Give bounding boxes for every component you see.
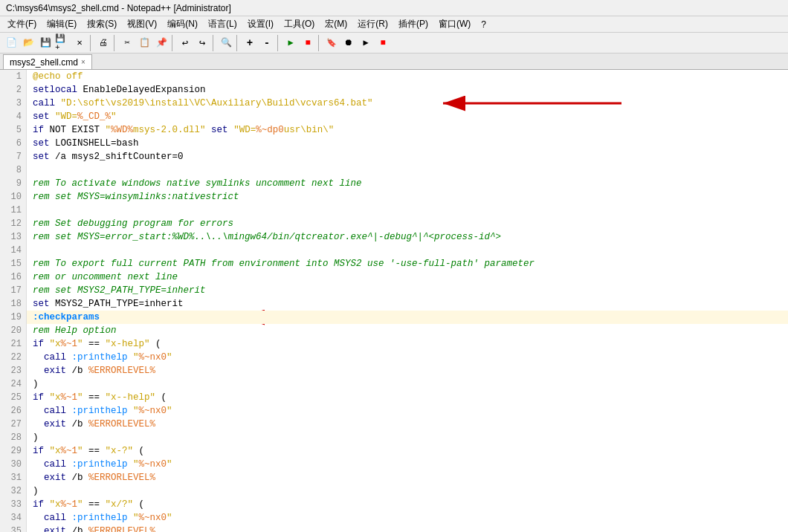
line-number-27: 27 (0, 418, 26, 431)
code-token: NOT EXIST (44, 123, 106, 137)
menu-run[interactable]: 运行(R) (353, 16, 393, 32)
code-line-10: rem set MSYS=winsymlinks:nativestrict (27, 190, 788, 204)
code-line-14 (27, 244, 788, 257)
cut-button[interactable] (119, 35, 135, 51)
tab-msys2-shell[interactable]: msys2_shell.cmd × (3, 54, 92, 69)
code-token: rem To export full current PATH from env… (33, 257, 535, 270)
menu-window[interactable]: 窗口(W) (434, 16, 475, 32)
code-token: " (77, 498, 83, 511)
toolbar-zoom-group (242, 35, 275, 51)
menu-bar: 文件(F) 编辑(E) 搜索(S) 视图(V) 编码(N) 语言(L) 设置(I… (0, 16, 788, 33)
code-token: /b (66, 364, 88, 377)
code-token (44, 337, 50, 351)
code-token: ) (33, 484, 39, 498)
code-token: msys-2.0.dll" (133, 123, 206, 137)
code-token: %~1 (61, 337, 78, 351)
menu-encode[interactable]: 编码(N) (163, 16, 202, 32)
code-token: "x-?" (106, 444, 134, 458)
macro-play-button[interactable]: ▶ (358, 35, 374, 51)
code-token: EnableDelayedExpansion (77, 83, 206, 97)
code-token: " (77, 337, 83, 351)
run-button[interactable] (282, 35, 299, 51)
code-token: /b (66, 525, 88, 532)
open-button[interactable] (20, 35, 36, 51)
bookmark-button[interactable] (323, 35, 340, 51)
code-token (33, 525, 44, 532)
code-token: exit (44, 525, 66, 532)
code-token: if (33, 444, 44, 458)
code-token: %ERRORLEVEL% (88, 471, 155, 484)
save-button[interactable] (37, 35, 54, 51)
code-token (44, 444, 50, 458)
search-button[interactable] (218, 35, 234, 51)
code-token: rem Help option (33, 324, 117, 337)
menu-file[interactable]: 文件(F) (3, 16, 41, 32)
sep-2 (114, 35, 117, 51)
line-number-22: 22 (0, 351, 26, 364)
line-number-20: 20 (0, 324, 26, 337)
code-token: ( (133, 498, 144, 511)
code-line-28: ) (27, 431, 788, 444)
code-line-17: rem set MSYS2_PATH_TYPE=inherit (27, 284, 788, 297)
macro-stop-button[interactable]: ■ (375, 35, 391, 51)
run-icon (288, 37, 293, 48)
line-number-18: 18 (0, 297, 26, 311)
code-token (33, 471, 44, 484)
search-icon (221, 37, 232, 48)
zoom-out-button[interactable] (259, 35, 275, 51)
undo-button[interactable] (177, 35, 193, 51)
line-number-26: 26 (0, 404, 26, 418)
code-token: %ERRORLEVEL% (88, 525, 155, 532)
code-token: :printhelp (72, 511, 128, 525)
copy-button[interactable] (136, 35, 152, 51)
line-number-25: 25 (0, 391, 26, 404)
tab-label: msys2_shell.cmd (10, 57, 78, 68)
save-all-button[interactable]: 💾+ (54, 35, 71, 51)
line-number-21: 21 (0, 337, 26, 351)
code-token: :printhelp (72, 458, 128, 471)
code-token: if (33, 498, 44, 511)
bookmark-icon (326, 38, 337, 48)
line-number-3: 3 (0, 97, 26, 110)
menu-settings[interactable]: 设置(I) (243, 16, 278, 32)
line-number-11: 11 (0, 204, 26, 217)
code-token: " (77, 444, 83, 458)
code-token: ) (33, 431, 39, 444)
code-content[interactable]: @echo off setlocal EnableDelayedExpansio… (27, 70, 788, 532)
code-token: call (44, 404, 66, 418)
code-token: if (33, 391, 44, 404)
code-token (128, 351, 134, 364)
stop-button[interactable] (300, 35, 316, 51)
zoom-in-button[interactable] (242, 35, 258, 51)
redo-button[interactable] (194, 35, 210, 51)
close-icon: ✕ (77, 37, 82, 48)
menu-language[interactable]: 语言(L) (204, 16, 242, 32)
menu-edit[interactable]: 编辑(E) (42, 16, 81, 32)
menu-plugins[interactable]: 插件(P) (394, 16, 433, 32)
code-line-16: rem or uncomment next line (27, 270, 788, 284)
code-token: call (44, 351, 66, 364)
menu-search[interactable]: 搜索(S) (83, 16, 121, 32)
code-line-20: rem Help option (27, 324, 788, 337)
code-token (66, 351, 72, 364)
menu-tools[interactable]: 工具(O) (280, 16, 319, 32)
tab-close-button[interactable]: × (81, 58, 85, 66)
macro-button[interactable]: ⏺ (340, 35, 357, 51)
paste-button[interactable] (153, 35, 169, 51)
code-token: %WD% (111, 123, 133, 137)
code-line-27: exit /b %ERRORLEVEL% (27, 418, 788, 431)
new-button[interactable] (3, 35, 19, 51)
code-token (33, 511, 44, 525)
menu-view[interactable]: 视图(V) (123, 16, 161, 32)
close-button[interactable]: ✕ (71, 35, 88, 51)
menu-macro[interactable]: 宏(M) (320, 16, 352, 32)
toolbar-file-group: 💾+ ✕ (3, 35, 88, 51)
code-line-24: ) (27, 377, 788, 391)
code-token: %~1 (61, 391, 78, 404)
code-token: rem set MSYS=error_start:%WD%..\..\mingw… (33, 230, 501, 244)
print-button[interactable] (95, 35, 112, 51)
menu-help[interactable]: ? (477, 18, 491, 31)
sep-3 (172, 35, 175, 51)
code-token: exit (44, 471, 66, 484)
save-icon (40, 37, 51, 48)
